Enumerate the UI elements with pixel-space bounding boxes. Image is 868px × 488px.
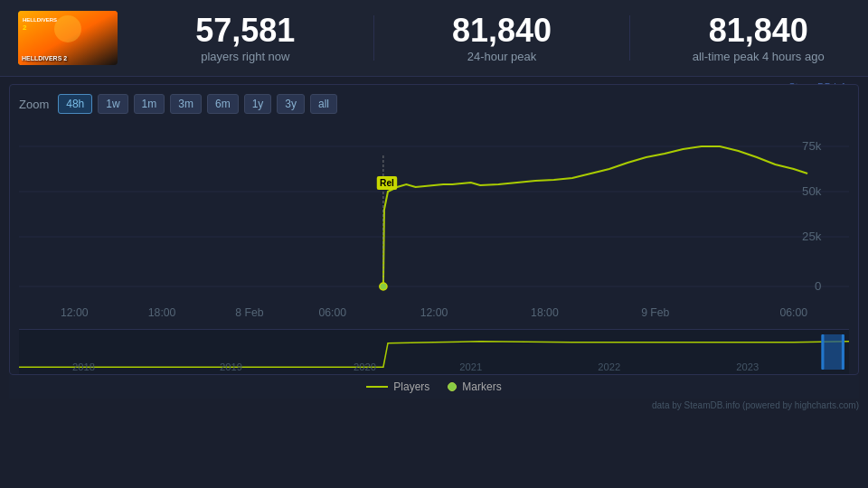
zoom-label: Zoom — [19, 98, 49, 111]
current-players-number: 57,581 — [154, 13, 337, 49]
zoom-btn-1m[interactable]: 1m — [134, 94, 165, 114]
svg-text:Rel: Rel — [380, 178, 394, 188]
svg-point-1 — [54, 15, 81, 42]
markers-legend-label: Markers — [462, 380, 501, 393]
zoom-btn-48h[interactable]: 48h — [58, 94, 92, 114]
svg-text:2020: 2020 — [354, 361, 376, 372]
svg-text:9 Feb: 9 Feb — [641, 306, 670, 319]
svg-text:12:00: 12:00 — [420, 306, 448, 319]
zoom-controls: Zoom 48h 1w 1m 3m 6m 1y 3y all — [19, 94, 849, 114]
peak-24h-block: 81,840 24-hour peak — [410, 13, 594, 64]
peak-24h-label: 24-hour peak — [410, 50, 594, 63]
svg-text:2: 2 — [23, 23, 27, 32]
svg-text:8 Feb: 8 Feb — [235, 306, 264, 319]
legend-bar: Players Markers — [9, 375, 859, 399]
svg-rect-31 — [821, 334, 844, 370]
game-thumbnail: HELLDIVERS 2 — [18, 11, 118, 65]
zoom-btn-3m[interactable]: 3m — [170, 94, 202, 114]
svg-text:2023: 2023 — [736, 361, 759, 372]
alltime-peak-label: all-time peak 4 hours ago — [666, 50, 850, 63]
zoom-btn-all[interactable]: all — [310, 94, 337, 114]
zoom-btn-1w[interactable]: 1w — [98, 94, 127, 114]
current-players-label: players right now — [154, 50, 337, 63]
chart-area: Zoom 48h 1w 1m 3m 6m 1y 3y all 75k 50k 2… — [9, 84, 859, 375]
svg-point-23 — [380, 283, 387, 290]
svg-text:2022: 2022 — [598, 361, 620, 372]
svg-text:06:00: 06:00 — [779, 306, 807, 319]
players-legend: Players — [366, 380, 429, 393]
svg-rect-32 — [821, 334, 824, 370]
mini-chart-svg: 2018 2019 2020 2021 2022 2023 — [19, 330, 849, 374]
peak-24h-number: 81,840 — [410, 13, 594, 49]
svg-text:2021: 2021 — [459, 361, 482, 372]
alltime-peak-number: 81,840 — [666, 13, 850, 49]
mini-chart: 2018 2019 2020 2021 2022 2023 — [19, 329, 849, 374]
zoom-btn-3y[interactable]: 3y — [277, 94, 305, 114]
svg-text:2018: 2018 — [72, 361, 95, 372]
svg-text:0: 0 — [815, 279, 821, 293]
zoom-btn-1y[interactable]: 1y — [244, 94, 272, 114]
chart-line — [383, 146, 807, 286]
stats-bar: HELLDIVERS 2 57,581 players right now 81… — [0, 0, 868, 77]
alltime-peak-block: 81,840 all-time peak 4 hours ago — [666, 13, 850, 64]
markers-legend: Markers — [448, 380, 501, 393]
chart-svg: 75k 50k 25k 0 12:00 18:00 8 Feb 06:00 12… — [19, 119, 849, 327]
svg-text:12:00: 12:00 — [61, 306, 89, 319]
svg-text:18:00: 18:00 — [531, 306, 559, 319]
svg-text:50k: 50k — [802, 184, 822, 198]
markers-legend-dot — [448, 382, 457, 391]
svg-text:75k: 75k — [802, 139, 822, 153]
current-players-block: 57,581 players right now — [154, 13, 337, 64]
zoom-btn-6m[interactable]: 6m — [207, 94, 239, 114]
divider-2 — [629, 15, 630, 61]
svg-text:25k: 25k — [802, 230, 822, 243]
players-legend-label: Players — [393, 380, 429, 393]
players-legend-line — [366, 386, 388, 388]
svg-rect-33 — [842, 334, 844, 370]
data-credit: data by SteamDB.info (powered by highcha… — [0, 399, 868, 414]
divider-1 — [373, 15, 374, 61]
svg-text:06:00: 06:00 — [318, 306, 346, 319]
main-chart: 75k 50k 25k 0 12:00 18:00 8 Feb 06:00 12… — [19, 119, 849, 327]
svg-text:HELLDIVERS: HELLDIVERS — [23, 17, 57, 23]
svg-text:18:00: 18:00 — [148, 306, 176, 319]
svg-text:2019: 2019 — [220, 361, 242, 372]
